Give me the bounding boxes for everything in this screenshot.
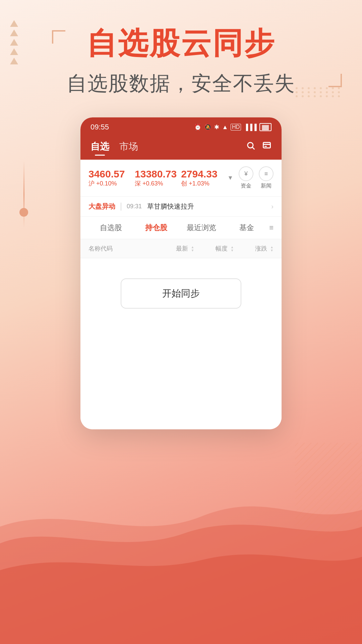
- ticker-time: 09:31: [127, 203, 142, 210]
- tab-watchlist[interactable]: 自选: [90, 140, 109, 153]
- menu-icon[interactable]: [262, 141, 272, 153]
- stock-tabs: 自选股 持仓股 最近浏览 基金 ≡: [80, 217, 282, 239]
- market-expand-icon[interactable]: ▼: [227, 174, 233, 181]
- search-icon[interactable]: [246, 141, 255, 153]
- header-icons: [246, 141, 272, 153]
- sync-area: 开始同步: [80, 258, 282, 329]
- status-icons: ⏰ 🔕 ✱ ▲ HD ▐▐▐ ▓▓: [194, 123, 272, 131]
- mute-icon: 🔕: [204, 123, 212, 131]
- wifi-icon: ▲: [222, 124, 228, 131]
- fund-icon: ¥: [239, 166, 253, 181]
- tab-holdings[interactable]: 持仓股: [134, 223, 179, 233]
- shanghai-value: 3460.57: [88, 168, 135, 179]
- latest-sort-icon: [191, 246, 194, 252]
- shanghai-label: 沪 +0.10%: [88, 179, 135, 187]
- rise-sort-icon: [270, 246, 274, 252]
- bluetooth-icon: ✱: [214, 123, 219, 131]
- chinext-value: 2794.33: [181, 168, 227, 179]
- ticker-text: 草甘膦快速拉升: [147, 202, 266, 211]
- col-change-header[interactable]: 幅度: [194, 245, 234, 253]
- status-bar: 09:55 ⏰ 🔕 ✱ ▲ HD ▐▐▐ ▓▓: [80, 117, 282, 135]
- tab-recent[interactable]: 最近浏览: [179, 223, 224, 233]
- news-icon: ≡: [259, 166, 274, 181]
- main-title: 自选股云同步: [67, 27, 295, 60]
- news-action[interactable]: ≡ 新闻: [259, 166, 274, 190]
- news-ticker[interactable]: 大盘异动 09:31 草甘膦快速拉升 ›: [80, 197, 282, 217]
- index-shanghai: 3460.57 沪 +0.10%: [88, 168, 135, 187]
- market-data: 3460.57 沪 +0.10% 13380.73 深 +0.63% 2794.…: [80, 160, 282, 197]
- battery-icon: ▓▓: [259, 123, 272, 131]
- sub-title: 自选股数据，安全不丢失: [67, 70, 295, 97]
- sync-button[interactable]: 开始同步: [121, 278, 241, 309]
- col-name-header: 名称代码: [88, 245, 155, 253]
- shenzhen-label: 深 +0.63%: [135, 179, 181, 187]
- empty-stock-list: [80, 329, 282, 429]
- ticker-tag: 大盘异动: [88, 202, 115, 211]
- index-chinext: 2794.33 创 +1.03%: [181, 168, 227, 187]
- tab-funds[interactable]: 基金: [224, 223, 269, 233]
- svg-rect-2: [263, 142, 270, 148]
- ticker-divider: [121, 203, 121, 211]
- hd-label: HD: [231, 124, 241, 130]
- phone-mockup: 09:55 ⏰ 🔕 ✱ ▲ HD ▐▐▐ ▓▓ 自选 市场: [80, 117, 282, 429]
- tab-watchlist-stocks[interactable]: 自选股: [88, 223, 134, 233]
- market-actions: ¥ 资金 ≡ 新闻: [239, 166, 274, 190]
- bg-wave: [0, 476, 362, 644]
- news-label: 新闻: [261, 182, 272, 190]
- tab-market[interactable]: 市场: [119, 140, 138, 153]
- index-shenzhen: 13380.73 深 +0.63%: [135, 168, 181, 187]
- status-time: 09:55: [90, 123, 109, 131]
- chinext-label: 创 +1.03%: [181, 179, 227, 187]
- svg-line-1: [252, 147, 254, 149]
- fund-action[interactable]: ¥ 资金: [239, 166, 253, 190]
- ticker-arrow-icon: ›: [271, 203, 274, 210]
- table-header: 名称代码 最新 幅度 涨跌: [80, 239, 282, 258]
- shenzhen-value: 13380.73: [135, 168, 181, 179]
- app-header: 自选 市场: [80, 135, 282, 160]
- col-latest-header[interactable]: 最新: [155, 245, 194, 253]
- more-tabs-icon[interactable]: ≡: [269, 223, 274, 232]
- nav-tabs: 自选 市场: [90, 140, 138, 153]
- col-rise-header[interactable]: 涨跌: [234, 245, 274, 253]
- fund-label: 资金: [241, 182, 251, 190]
- signal-icon: ▐▐▐: [244, 124, 256, 131]
- hero-section: 自选股云同步 自选股数据，安全不丢失: [40, 27, 322, 97]
- change-sort-icon: [231, 246, 234, 252]
- alarm-icon: ⏰: [194, 123, 201, 131]
